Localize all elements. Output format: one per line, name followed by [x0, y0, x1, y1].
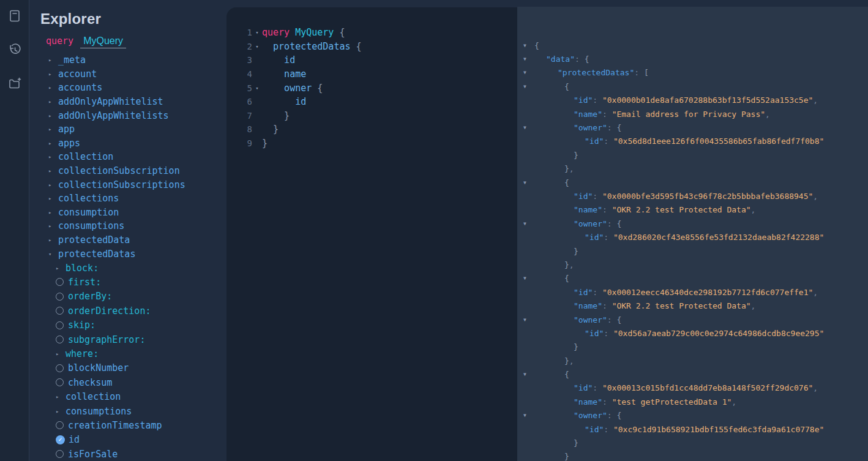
fold-arrow-icon[interactable]: ▾ [252, 85, 262, 91]
expand-caret-icon[interactable]: ▸ [48, 99, 58, 105]
sidebar-subfield-creationTimestamp[interactable]: creationTimestamp [56, 418, 226, 432]
sidebar-field-protectedData[interactable]: ▸protectedData [48, 233, 226, 247]
sidebar-subfield-subgraphError[interactable]: subgraphError: [56, 332, 226, 347]
unchecked-radio-icon[interactable] [56, 335, 64, 343]
fold-arrow-icon[interactable]: ▼ [523, 43, 534, 48]
expand-caret-icon[interactable]: ▸ [56, 351, 65, 357]
checked-icon[interactable]: ✓ [56, 435, 65, 444]
sidebar-subfield-blockNumber[interactable]: blockNumber [56, 361, 226, 375]
unchecked-radio-icon[interactable] [56, 378, 64, 386]
sidebar-subfield-orderDirection[interactable]: orderDirection: [56, 304, 226, 318]
sidebar-subfield-id[interactable]: ✓id [56, 433, 226, 447]
fold-arrow-icon[interactable]: ▼ [523, 70, 534, 75]
history-icon[interactable] [7, 42, 23, 58]
sidebar-field-collectionSubscription[interactable]: ▸collectionSubscription [48, 164, 226, 178]
fold-arrow-icon[interactable]: ▼ [523, 221, 534, 227]
fold-arrow-icon[interactable]: ▾ [252, 29, 262, 36]
expand-caret-icon[interactable]: ▸ [56, 265, 65, 271]
response-row-text: "id": "0x0000bfe3d595fb43c96f78c2b5bbbaf… [534, 192, 818, 201]
fold-arrow-icon[interactable]: ▼ [523, 180, 534, 186]
sidebar-subfield-first[interactable]: first: [56, 275, 226, 289]
query-editor[interactable]: 1▾query MyQuery {2▾ protectedDatas {3 id… [240, 26, 362, 150]
expand-caret-icon[interactable]: ▸ [48, 182, 58, 188]
fold-arrow-icon[interactable]: ▼ [523, 317, 534, 323]
fold-arrow-icon[interactable]: ▾ [252, 43, 262, 50]
expand-caret-icon[interactable]: ▸ [48, 71, 58, 77]
graphiql-app: Explorer query MyQuery ▸_meta▸account▸ac… [0, 0, 868, 461]
sidebar-field-addOnlyAppWhitelists[interactable]: ▸addOnlyAppWhitelists [48, 108, 226, 122]
field-label: orderDirection: [68, 305, 151, 317]
sidebar-subfield-collection[interactable]: ▸collection [56, 389, 226, 403]
unchecked-radio-icon[interactable] [56, 364, 64, 372]
expand-caret-icon[interactable]: ▸ [48, 195, 58, 201]
expand-caret-icon[interactable]: ▸ [48, 126, 58, 132]
line-number: 1 [240, 28, 252, 37]
sidebar-subfield-consumptions[interactable]: ▸consumptions [56, 404, 226, 418]
unchecked-radio-icon[interactable] [56, 307, 64, 315]
line-number: 7 [240, 111, 252, 121]
sidebar-field-app[interactable]: ▸app [48, 122, 226, 137]
expand-caret-icon[interactable]: ▸ [48, 57, 58, 63]
query-editor-panel[interactable]: 1▾query MyQuery {2▾ protectedDatas {3 id… [226, 7, 517, 461]
expand-caret-icon[interactable]: ▸ [48, 237, 58, 243]
response-row-text: } [534, 342, 578, 351]
response-row-text: "data": { [534, 54, 589, 64]
field-label: isForSale [68, 449, 118, 460]
response-row: "id": "0x0000bfe3d595fb43c96f78c2b5bbbaf… [523, 189, 868, 203]
fold-arrow-icon[interactable]: ▼ [523, 372, 534, 377]
unchecked-radio-icon[interactable] [56, 293, 64, 301]
fold-arrow-icon[interactable]: ▼ [523, 413, 534, 418]
response-row: "id": "0x0000b01de8afa670288b63bf13f5d55… [523, 94, 868, 107]
expand-caret-icon[interactable]: ▸ [48, 209, 58, 216]
expand-caret-icon[interactable]: ▸ [48, 140, 58, 146]
expand-caret-icon[interactable]: ▸ [48, 223, 58, 229]
expand-caret-icon[interactable]: ▸ [56, 408, 65, 414]
code-text: } [262, 110, 290, 121]
expand-caret-icon[interactable]: ▾ [48, 251, 58, 257]
sidebar-field-account[interactable]: ▸account [48, 67, 226, 81]
unchecked-radio-icon[interactable] [56, 321, 64, 329]
docs-icon[interactable] [7, 8, 23, 24]
unchecked-radio-icon[interactable] [56, 450, 64, 458]
response-row-text: "id": "0x00013c015bfd1cc48dd7eb8a148f502… [534, 383, 818, 392]
sidebar-field-consumption[interactable]: ▸consumption [48, 206, 226, 220]
fold-arrow-icon[interactable]: ▼ [523, 275, 534, 281]
sidebar-field-accounts[interactable]: ▸accounts [48, 81, 226, 95]
sidebar-subfield-checksum[interactable]: checksum [56, 375, 226, 389]
response-row-text: } [534, 151, 578, 160]
sidebar-subfield-isForSale[interactable]: isForSale [56, 447, 226, 461]
sidebar-field-addOnlyAppWhitelist[interactable]: ▸addOnlyAppWhitelist [48, 95, 226, 109]
sidebar-subfield-skip[interactable]: skip: [56, 318, 226, 332]
expand-caret-icon[interactable]: ▸ [48, 84, 58, 91]
sidebar-field-collectionSubscriptions[interactable]: ▸collectionSubscriptions [48, 178, 226, 192]
sidebar-subfield-where[interactable]: ▸where: [56, 347, 226, 361]
operation-name-input[interactable]: MyQuery [80, 36, 126, 48]
sidebar-field-collections[interactable]: ▸collections [48, 192, 226, 206]
code-text: } [262, 124, 279, 135]
sidebar-field-_meta[interactable]: ▸_meta [48, 53, 226, 67]
sidebar-subfield-block[interactable]: ▸block: [56, 261, 226, 275]
expand-caret-icon[interactable]: ▸ [48, 113, 58, 119]
response-row: "id": "0x00012eecc46340dce298192b7712fd6… [523, 285, 868, 299]
expand-caret-icon[interactable]: ▸ [48, 168, 58, 174]
sidebar-field-collection[interactable]: ▸collection [48, 150, 226, 164]
response-row-text: { [534, 41, 539, 50]
expand-caret-icon[interactable]: ▸ [56, 394, 65, 400]
fold-arrow-icon[interactable]: ▼ [523, 56, 534, 62]
expand-caret-icon[interactable]: ▸ [48, 154, 58, 160]
sidebar-field-apps[interactable]: ▸apps [48, 137, 226, 151]
line-number: 2 [240, 42, 252, 51]
new-tab-folder-icon[interactable] [7, 75, 23, 91]
field-label: consumptions [58, 220, 124, 231]
fold-arrow-icon[interactable]: ▼ [523, 84, 534, 89]
response-row-text: } [534, 247, 578, 256]
field-label: creationTimestamp [68, 420, 162, 431]
field-label: apps [58, 138, 80, 149]
sidebar-field-consumptions[interactable]: ▸consumptions [48, 219, 226, 233]
query-line-6: 6 id [240, 95, 362, 109]
sidebar-subfield-orderBy[interactable]: orderBy: [56, 290, 226, 304]
unchecked-radio-icon[interactable] [56, 421, 64, 429]
unchecked-radio-icon[interactable] [56, 278, 64, 286]
sidebar-field-protectedDatas[interactable]: ▾protectedDatas [48, 247, 226, 261]
fold-arrow-icon[interactable]: ▼ [523, 125, 534, 130]
